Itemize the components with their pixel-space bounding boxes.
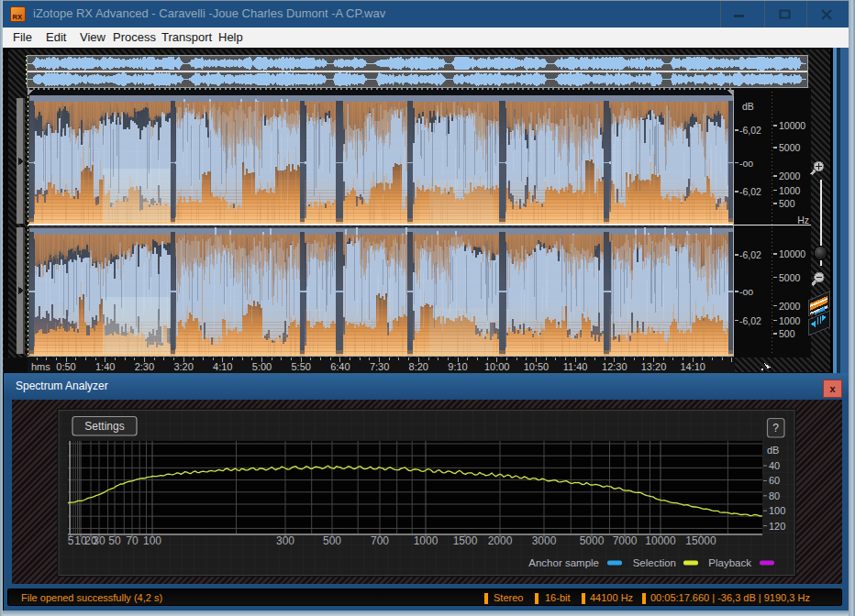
- svg-text:14:10: 14:10: [680, 361, 705, 372]
- svg-text:-6,02: -6,02: [739, 125, 761, 136]
- svg-text:5:50: 5:50: [291, 361, 310, 372]
- svg-text:10:50: 10:50: [524, 361, 550, 372]
- svg-text:120: 120: [769, 521, 785, 532]
- svg-text:5000: 5000: [779, 142, 801, 153]
- svg-text:-6,02: -6,02: [739, 186, 761, 197]
- svg-text:8:20: 8:20: [409, 361, 428, 372]
- svg-text:40: 40: [769, 460, 780, 471]
- svg-text:60: 60: [769, 475, 780, 486]
- svg-text:2000: 2000: [779, 170, 801, 182]
- svg-text:Anchor sample: Anchor sample: [528, 557, 599, 568]
- svg-text:5:00: 5:00: [252, 361, 272, 372]
- svg-text:10:00: 10:00: [484, 361, 510, 372]
- svg-text:Playback: Playback: [708, 557, 751, 568]
- svg-text:2:30: 2:30: [135, 361, 154, 372]
- svg-text:3:20: 3:20: [173, 361, 193, 372]
- svg-text:80: 80: [769, 490, 780, 501]
- svg-text:7:30: 7:30: [370, 361, 389, 372]
- svg-text:500: 500: [779, 328, 795, 339]
- svg-text:100: 100: [769, 505, 785, 516]
- svg-text:Selection: Selection: [633, 557, 676, 568]
- svg-text:0:50: 0:50: [56, 361, 75, 372]
- svg-text:11:40: 11:40: [563, 361, 588, 372]
- svg-text:hms: hms: [31, 361, 50, 372]
- svg-text:Hz: Hz: [797, 214, 809, 226]
- svg-text:10000: 10000: [779, 248, 805, 259]
- svg-text:-oo: -oo: [739, 158, 753, 169]
- svg-text:12:30: 12:30: [602, 361, 627, 372]
- svg-text:dB: dB: [767, 445, 779, 456]
- svg-text:10000: 10000: [779, 120, 805, 131]
- svg-text:4:10: 4:10: [213, 361, 232, 372]
- svg-text:1000: 1000: [779, 315, 801, 326]
- svg-text:6:40: 6:40: [330, 361, 350, 372]
- svg-text:dB: dB: [742, 101, 754, 112]
- svg-text:9:10: 9:10: [448, 361, 467, 372]
- svg-text:5000: 5000: [779, 272, 801, 283]
- svg-text:500: 500: [779, 198, 795, 209]
- svg-text:-oo: -oo: [739, 286, 753, 297]
- svg-text:-6,02: -6,02: [739, 315, 761, 326]
- svg-text:-6,02: -6,02: [739, 249, 761, 260]
- svg-text:1000: 1000: [779, 185, 801, 196]
- svg-text:Settings: Settings: [84, 420, 124, 433]
- svg-text:?: ?: [772, 422, 779, 434]
- svg-text:13:20: 13:20: [641, 361, 667, 372]
- svg-text:2000: 2000: [779, 301, 801, 312]
- svg-text:1:40: 1:40: [95, 361, 115, 372]
